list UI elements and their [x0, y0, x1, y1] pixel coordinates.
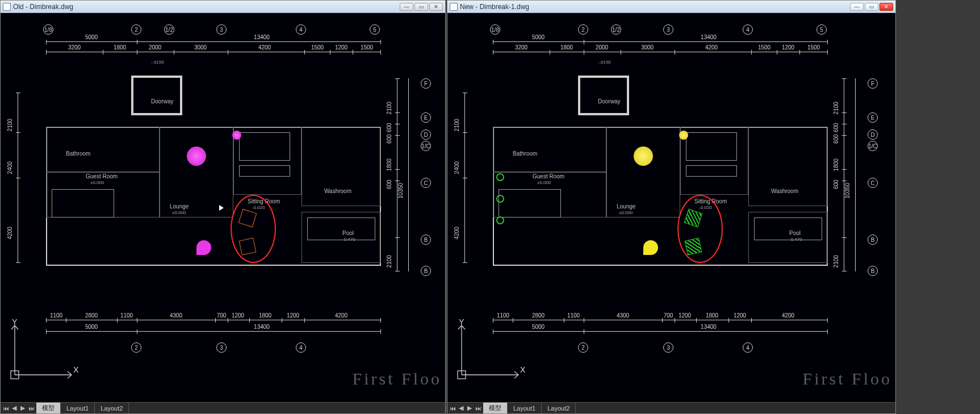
- maximize-button[interactable]: ▭: [865, 3, 878, 11]
- room-label-washroom: Washroom: [324, 188, 351, 194]
- room-level: ±0.000: [537, 180, 551, 185]
- dim-text: 5000: [532, 34, 545, 40]
- room-label-guest: Guest Room: [533, 173, 564, 179]
- tab-model[interactable]: 模型: [483, 403, 508, 413]
- dim-text: 5000: [85, 324, 98, 330]
- dim-text: 600: [833, 134, 839, 144]
- tab-first-icon[interactable]: ⏮: [2, 404, 10, 412]
- dim-text: 600: [386, 134, 392, 144]
- ucs-x-label: X: [520, 365, 525, 374]
- grid-col-bubble: 5: [370, 24, 380, 35]
- dim-text: 1800: [114, 44, 126, 51]
- titlebar-left[interactable]: Old - Dimbreak.dwg — ▭ ✕: [1, 1, 445, 13]
- room-label-bathroom: Bathroom: [66, 150, 90, 157]
- dim-text: 600: [833, 123, 839, 132]
- room-outline: [748, 127, 828, 206]
- ucs-x-label: X: [73, 365, 78, 374]
- dim-line-top-inner: 3200 1800 2000 3000 4200 1500 1200 1500: [46, 52, 381, 52]
- dim-text: 600: [386, 123, 392, 132]
- tab-first-icon[interactable]: ⏮: [449, 404, 457, 412]
- dim-text: 3200: [515, 44, 527, 51]
- fan-symbol: [643, 240, 658, 255]
- grid-row-bubble: 1/C: [421, 141, 431, 151]
- room-label-guest: Guest Room: [86, 173, 118, 179]
- tab-layout2[interactable]: Layout2: [95, 403, 129, 413]
- dim-text: 2100: [454, 119, 460, 131]
- dim-text: 700: [217, 312, 227, 319]
- tab-last-icon[interactable]: ⏭: [27, 404, 35, 412]
- floorplan-right: 1/8 2 1/2 3 4 5 F E D 1/C C B B 5000 134…: [487, 24, 879, 354]
- room-level: -0.470: [342, 237, 355, 242]
- grid-col-bubble: 4: [296, 342, 306, 353]
- grid-row-bubble: B: [421, 235, 431, 245]
- furniture: [239, 165, 290, 177]
- minimize-button[interactable]: —: [850, 3, 864, 11]
- tab-nav: ⏮ ◀ ▶ ⏭: [1, 403, 36, 413]
- dim-text: 600: [833, 179, 839, 189]
- ucs-y-label: Y: [12, 317, 17, 327]
- dim-line-top-outer: 5000 13400: [493, 41, 828, 42]
- tab-nav: ⏮ ◀ ▶ ⏭: [447, 403, 483, 413]
- grid-col-bubble: 1/2: [164, 24, 174, 35]
- layout-tabs-right: ⏮ ◀ ▶ ⏭ 模型 Layout1 Layout2: [447, 402, 895, 413]
- titlebar-right[interactable]: New - Dimbreak-1.dwg — ▭ ✕: [447, 1, 895, 13]
- dim-text: 1100: [497, 312, 509, 319]
- dim-text: 1200: [679, 312, 691, 319]
- grid-col-bubble: 4: [743, 342, 753, 353]
- grid-row-bubble: B: [868, 235, 878, 245]
- drawing-canvas-left[interactable]: 1/8 2 1/2 3 4 5 F E D 1/C C B B 5000 134…: [1, 13, 445, 402]
- tab-prev-icon[interactable]: ◀: [457, 404, 465, 412]
- grid-row-bubble: B: [868, 266, 878, 276]
- right-pane: New - Dimbreak-1.dwg — ▭ ✕ 1/8 2 1/2 3 4…: [447, 0, 896, 414]
- tab-next-icon[interactable]: ▶: [466, 404, 474, 412]
- marker-symbol: [496, 173, 504, 181]
- room-outline: [46, 127, 160, 172]
- left-pane: Old - Dimbreak.dwg — ▭ ✕ 1/8 2 1/2 3 4 5…: [0, 0, 446, 414]
- drawing-canvas-right[interactable]: 1/8 2 1/2 3 4 5 F E D 1/C C B B 5000 134…: [447, 13, 895, 402]
- grid-col-bubble: 4: [743, 24, 753, 35]
- maximize-button[interactable]: ▭: [414, 3, 428, 11]
- grid-row-bubble: F: [421, 78, 431, 89]
- furniture: [499, 189, 561, 218]
- dim-text: 5000: [85, 34, 98, 40]
- dim-text: 2400: [7, 161, 13, 174]
- grid-row-bubble: C: [868, 178, 878, 188]
- tab-layout2[interactable]: Layout2: [542, 403, 576, 413]
- grid-row-bubble: D: [868, 129, 878, 140]
- room-label-lounge: Lounge: [617, 203, 635, 210]
- dim-text: 4200: [258, 44, 271, 51]
- grid-col-bubble: 3: [216, 24, 227, 35]
- window-controls: — ▭ ✕: [400, 3, 443, 11]
- grid-row-bubble: E: [421, 112, 431, 123]
- grid-col-bubble: 2: [131, 342, 141, 353]
- minimize-button[interactable]: —: [400, 3, 413, 11]
- grid-col-bubble: 3: [663, 24, 673, 35]
- tab-model[interactable]: 模型: [36, 403, 61, 413]
- tab-prev-icon[interactable]: ◀: [10, 404, 18, 412]
- plant-symbol: [679, 131, 688, 140]
- layout-tabs-left: ⏮ ◀ ▶ ⏭ 模型 Layout1 Layout2: [1, 402, 445, 413]
- tab-next-icon[interactable]: ▶: [19, 404, 27, 412]
- plant-symbol: [634, 147, 653, 166]
- chair-symbol: [685, 238, 702, 256]
- close-button[interactable]: ✕: [429, 3, 443, 11]
- grid-col-bubble: 4: [296, 24, 306, 35]
- close-button[interactable]: ✕: [880, 3, 893, 11]
- window-controls: — ▭ ✕: [850, 3, 893, 11]
- tab-last-icon[interactable]: ⏭: [474, 404, 482, 412]
- dim-text: 2800: [532, 312, 545, 319]
- dim-text: 1200: [734, 312, 746, 319]
- dim-text: 1800: [706, 312, 718, 319]
- dim-text: 2100: [833, 255, 839, 267]
- room-level: -0.470: [789, 237, 802, 242]
- dim-line-right: 2100 600 600 1800 600 2100: [397, 78, 397, 271]
- grid-col-bubble: 2: [578, 342, 588, 353]
- room-level: ±0.000: [90, 180, 104, 185]
- window-title: Old - Dimbreak.dwg: [13, 3, 73, 11]
- window-title: New - Dimbreak-1.dwg: [460, 3, 529, 11]
- tab-layout1[interactable]: Layout1: [61, 403, 95, 413]
- svg-rect-2: [11, 371, 19, 379]
- grid-col-bubble: 1/2: [611, 24, 621, 35]
- tab-layout1[interactable]: Layout1: [508, 403, 542, 413]
- dim-line-right-outer: 10350: [855, 78, 856, 271]
